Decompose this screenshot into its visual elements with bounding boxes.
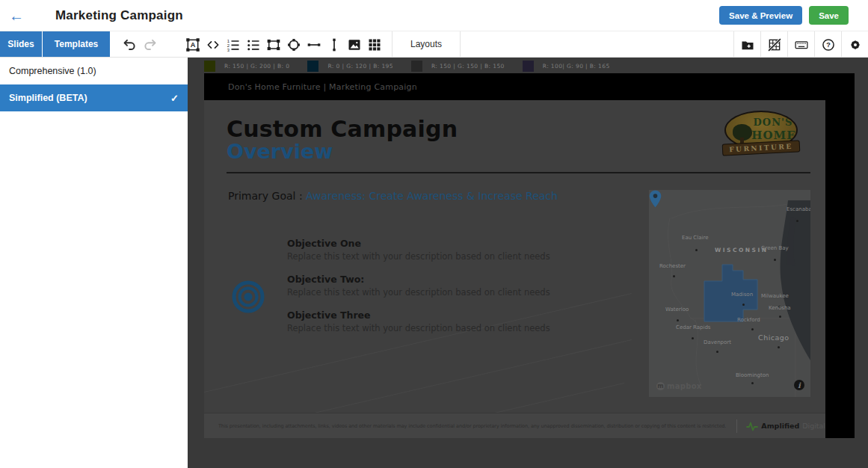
pulse-icon	[746, 420, 758, 432]
objective-item: Objective Three Replace this text with y…	[287, 310, 601, 333]
toolbar-right-group: ?	[733, 31, 868, 57]
disclaimer-text: This presentation, including attachments…	[218, 423, 726, 429]
settings-button[interactable]	[841, 31, 868, 58]
sidebar-item-comprehensive[interactable]: Comprehensive (1.0)	[0, 58, 188, 84]
undo-button[interactable]	[120, 31, 140, 58]
text-box-tool-button[interactable]: A	[182, 31, 203, 58]
brand-name-bold: Amplified	[761, 422, 799, 430]
grid-off-icon	[767, 37, 782, 52]
map-city-label: Eau Claire	[682, 235, 708, 241]
objective-heading: Objective Two:	[287, 274, 601, 285]
map-city-label: Bloomington	[736, 372, 769, 378]
swatch-color-box	[307, 61, 318, 72]
map-city-dot	[779, 315, 781, 318]
map-city-label: Davenport	[704, 339, 731, 345]
redo-icon	[142, 37, 158, 52]
grid-layout-tool-button[interactable]	[364, 31, 384, 58]
objective-description: Replace this text with your description …	[287, 323, 601, 333]
slide-header-text: Don's Home Furniture | Marketing Campaig…	[228, 82, 417, 92]
color-swatch: R: 150 | G: 150 | B: 150	[411, 61, 505, 72]
logo-text-dons: DON'S	[748, 117, 798, 128]
sidebar-item-label: Simplified (BETA)	[9, 93, 87, 103]
app-header: ← Marketing Campaign Save & Preview Save	[0, 0, 868, 31]
mapbox-icon: m	[656, 382, 665, 390]
bullet-list-tool-button[interactable]	[243, 31, 263, 58]
map-city-labels: EscanabaEau ClaireWISCONSINGreen BayRoch…	[649, 190, 810, 397]
swatch-rgb-label: R: 150 | G: 150 | B: 150	[431, 63, 505, 70]
primary-goal-label: Primary Goal :	[228, 190, 303, 202]
amplified-digital-logo: Amplified Digital	[746, 420, 825, 432]
help-icon: ?	[821, 37, 836, 52]
objective-description: Replace this text with your description …	[287, 251, 601, 262]
back-arrow-icon: ←	[9, 7, 24, 24]
swatch-color-box	[523, 61, 534, 72]
sidebar-item-simplified[interactable]: Simplified (BETA) ✓	[0, 84, 188, 111]
svg-text:3: 3	[227, 47, 229, 52]
primary-goal-value: Awareness: Create Awareness & Increase R…	[306, 190, 558, 202]
title-divider	[227, 172, 810, 173]
mapbox-label: mapbox	[667, 382, 702, 390]
map-city-label: Rochester	[659, 263, 686, 269]
keyboard-shortcuts-button[interactable]	[787, 31, 814, 58]
add-folder-icon	[740, 37, 755, 52]
location-pin-icon	[649, 190, 662, 208]
sidebar-item-label: Comprehensive (1.0)	[9, 66, 96, 76]
slide-title-line2: Overview	[227, 141, 458, 162]
save-and-preview-button[interactable]: Save & Preview	[719, 6, 802, 25]
vertical-line-tool-button[interactable]	[324, 31, 344, 58]
numbered-list-tool-button[interactable]: 1 2 3	[223, 31, 243, 58]
add-folder-button[interactable]	[733, 31, 760, 58]
brand-name-light: Digital	[802, 422, 825, 430]
ellipse-shape-icon	[286, 37, 301, 52]
text-box-icon: A	[185, 37, 200, 52]
tab-slides[interactable]: Slides	[0, 31, 42, 57]
map-city-label: Rockford	[737, 317, 760, 323]
grid-icon	[367, 37, 382, 52]
color-swatch-row: R: 150 | G: 200 | B: 0R: 0 | G: 120 | B:…	[204, 60, 628, 72]
gear-icon	[848, 37, 863, 52]
back-button[interactable]: ←	[0, 0, 33, 31]
footer-separator	[736, 419, 737, 433]
map-city-label: WISCONSIN	[715, 247, 769, 253]
slide-footer: This presentation, including attachments…	[204, 413, 825, 438]
mapbox-watermark: m mapbox	[656, 382, 702, 390]
help-button[interactable]: ?	[814, 31, 841, 58]
page-title: Marketing Campaign	[55, 8, 183, 23]
map-city-dot	[751, 382, 754, 384]
swatch-color-box	[204, 61, 215, 72]
slide-title-line1: Custom Campaign	[227, 117, 458, 141]
slide-canvas[interactable]: R: 150 | G: 200 | B: 0R: 0 | G: 120 | B:…	[188, 58, 868, 468]
map-city-dot	[751, 328, 754, 330]
map-info-icon[interactable]: i	[794, 380, 804, 390]
swatch-rgb-label: R: 100| G: 90 | B: 165	[543, 63, 610, 70]
map-city-dot	[778, 346, 780, 348]
objectives-list: Objective One Replace this text with you…	[287, 238, 601, 345]
svg-text:A: A	[190, 41, 195, 49]
tab-templates[interactable]: Templates	[43, 31, 110, 57]
vertical-line-icon	[327, 37, 342, 52]
map-city-dot	[742, 304, 745, 306]
image-tool-button[interactable]	[344, 31, 364, 58]
rectangle-shape-tool-button[interactable]	[263, 31, 283, 58]
rectangle-frame-icon	[266, 37, 281, 52]
layouts-button[interactable]: Layouts	[393, 31, 460, 57]
code-tool-button[interactable]	[203, 31, 223, 58]
swatch-color-box	[411, 61, 422, 72]
swatch-rgb-label: R: 150 | G: 200 | B: 0	[224, 63, 289, 70]
save-button[interactable]: Save	[809, 6, 849, 25]
map-city-dot	[695, 249, 698, 251]
dons-home-furniture-logo: DON'S HOME FURNITURE	[722, 109, 800, 158]
map-city-label: Green Bay	[761, 245, 789, 251]
toggle-grid-button[interactable]	[760, 31, 787, 58]
map-city-label: Kenosha	[769, 305, 791, 311]
redo-button[interactable]	[140, 31, 160, 58]
slide-page[interactable]: Don's Home Furniture | Marketing Campaig…	[204, 73, 855, 438]
color-swatch: R: 150 | G: 200 | B: 0	[204, 61, 289, 72]
wisconsin-map: EscanabaEau ClaireWISCONSINGreen BayRoch…	[649, 190, 810, 397]
bullseye-target-icon	[231, 280, 265, 314]
editor-toolbar: Slides Templates A	[0, 31, 868, 58]
insert-tools-group: A 1 2 3	[182, 31, 384, 57]
ellipse-shape-tool-button[interactable]	[283, 31, 304, 58]
color-swatch: R: 0 | G: 120 | B: 195	[307, 61, 393, 72]
horizontal-line-tool-button[interactable]	[304, 31, 324, 58]
